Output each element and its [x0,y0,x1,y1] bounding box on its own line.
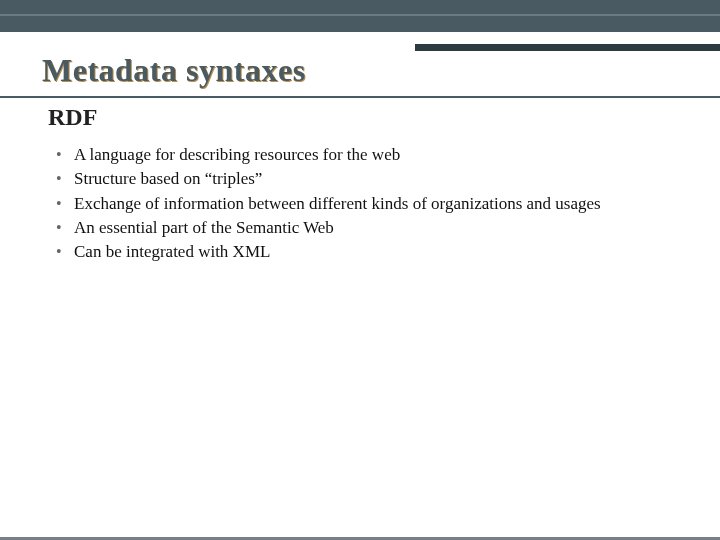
bullet-icon: • [56,217,74,238]
bullet-text: Exchange of information between differen… [74,193,601,214]
bullet-icon: • [56,241,74,262]
list-item: • A language for describing resources fo… [56,144,696,165]
header-bar [0,0,720,32]
title-underline [0,96,720,98]
list-item: • Exchange of information between differ… [56,193,696,214]
accent-line [415,44,720,51]
bullet-text: Can be integrated with XML [74,241,270,262]
list-item: • Can be integrated with XML [56,241,696,262]
bullet-text: An essential part of the Semantic Web [74,217,334,238]
bullet-text: Structure based on “triples” [74,168,262,189]
list-item: • An essential part of the Semantic Web [56,217,696,238]
bullet-icon: • [56,144,74,165]
header-bar-line [0,14,720,16]
bullet-text: A language for describing resources for … [74,144,400,165]
list-item: • Structure based on “triples” [56,168,696,189]
bullet-list: • A language for describing resources fo… [56,144,696,265]
slide-title: Metadata syntaxes [42,52,306,89]
bullet-icon: • [56,193,74,214]
bullet-icon: • [56,168,74,189]
slide-subtitle: RDF [48,104,97,131]
